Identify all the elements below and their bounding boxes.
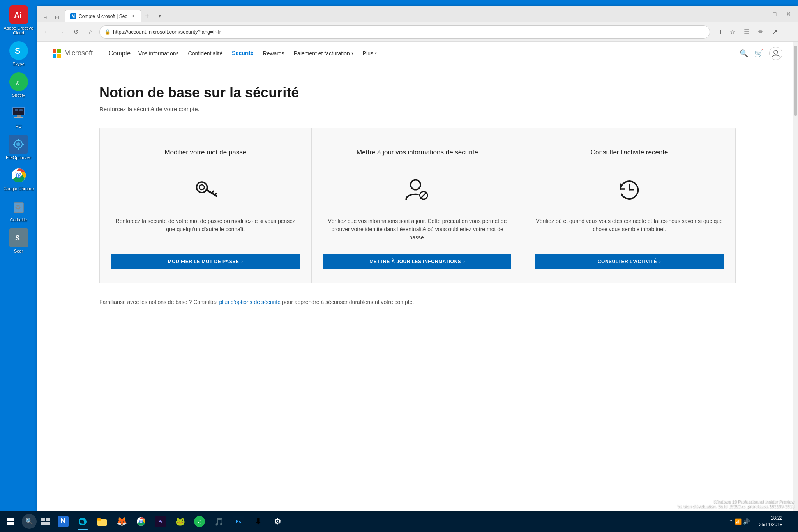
forward-btn[interactable]: → [55,26,67,38]
task-view-btn[interactable] [38,512,53,531]
ms-logo-grid [53,49,61,58]
taskbar-item-settings[interactable]: ⚙ [268,512,287,531]
back-btn[interactable]: ← [40,26,53,38]
minimize-btn[interactable]: − [754,9,767,19]
svg-rect-4 [17,115,21,117]
scrollbar-thumb[interactable] [794,46,797,116]
win-logo-tr [11,518,14,521]
address-bar[interactable]: 🔒 [99,25,710,39]
start-button[interactable] [2,512,20,531]
taskbar-item-premiere[interactable]: Pr [151,512,170,531]
card-desc-password: Renforcez la sécurité de votre mot de pa… [111,217,300,242]
clock-date: 25/11/2018 [759,521,782,528]
nav-plus[interactable]: Plus ▾ [363,49,377,58]
card-title-password: Modifier votre mot de passe [164,144,246,161]
nav-rewards[interactable]: Rewards [263,49,284,58]
browser-window: ⊟ ⊡ M Compte Microsoft | Séc ✕ + ▾ − □ ✕… [37,6,798,511]
nav-vos-informations[interactable]: Vos informations [138,49,179,58]
ms-logo[interactable]: Microsoft [53,49,93,58]
tray-icons[interactable]: ⌃ 📶 🔊 [726,517,753,526]
footer-text: Familiarisé avec les notions de base ? C… [99,299,736,305]
update-info-btn[interactable]: METTRE À JOUR LES INFORMATIONS › [323,254,512,269]
card-change-password: Modifier votre mot de passe Renforcez la… [100,128,312,283]
cart-icon[interactable]: 🛒 [754,49,763,58]
nav-paiement[interactable]: Paiement et facturation ▾ [294,49,353,58]
win-logo-tl [7,518,11,521]
svg-text:S: S [15,46,21,56]
more-btn[interactable]: ⋯ [782,26,795,38]
svg-point-25 [411,180,420,190]
windows-version: Windows 10 Professionnel Insider Preview [677,499,794,504]
close-btn[interactable]: ✕ [782,9,795,19]
arrow-icon: › [241,259,243,264]
header-actions: 🔍 🛒 [740,47,782,60]
desktop-icon-label: Skype [12,62,25,66]
clock-time: 18:22 [759,515,782,521]
home-btn[interactable]: ⌂ [85,26,97,38]
taskbar-item-firefox[interactable]: 🦊 [112,512,131,531]
security-cards: Modifier votre mot de passe Renforcez la… [99,128,736,283]
update-info-btn-label: METTRE À JOUR LES INFORMATIONS [369,259,461,264]
url-input[interactable] [113,29,705,35]
desktop-icon-adobe[interactable]: Ai Adobe Creative Cloud [0,4,37,37]
hub-btn[interactable]: ☰ [740,26,753,38]
taskbar-item-notepad[interactable]: N [54,512,72,531]
desktop-icon-skype[interactable]: S Skype [8,40,30,68]
card-desc-activity: Vérifiez où et quand vous vous êtes conn… [535,217,724,242]
refresh-btn[interactable]: ↺ [70,26,82,38]
user-avatar[interactable] [769,47,782,60]
tray-volume-icon: 🔊 [743,518,750,525]
desktop-icon-spotify[interactable]: ♫ Spotify [8,71,30,99]
taskbar-item-spotify[interactable]: ♫ [190,512,209,531]
active-tab[interactable]: M Compte Microsoft | Séc ✕ [65,10,141,22]
taskbar-item-photoshop[interactable]: Ps [229,512,248,531]
security-options-link[interactable]: plus d'options de sécurité [219,299,281,305]
taskbar-item-app1[interactable]: 🐸 [171,512,189,531]
view-activity-btn[interactable]: CONSULTER L'ACTIVITÉ › [535,254,724,269]
card-recent-activity: Consulter l'activité récente Vérifiez où… [523,128,735,283]
desktop-icon-recycle[interactable]: ♻ Corbeille [8,196,30,224]
taskbar-item-download[interactable]: ⬇ [249,512,267,531]
maximize-btn[interactable]: □ [768,9,781,19]
search-icon[interactable]: 🔍 [740,49,748,58]
desktop-icon-chrome[interactable]: Google Chrome [2,164,35,193]
svg-point-14 [18,174,20,177]
system-tray: ⌃ 📶 🔊 18:22 25/11/2018 [726,513,796,530]
tab-list-btn[interactable]: ▾ [154,10,166,22]
taskbar-item-media[interactable]: 🎵 [210,512,228,531]
reading-view-btn[interactable]: ⊞ [712,26,725,38]
desktop-icon-fileoptimizer[interactable]: FileOptimizer [4,133,33,161]
tab-restore-btn[interactable]: ⊡ [52,12,62,22]
svg-rect-8 [19,109,23,111]
taskbar-search-btn[interactable]: 🔍 [22,514,37,529]
new-tab-btn[interactable]: + [141,10,154,22]
notes-btn[interactable]: ✏ [754,26,767,38]
page-content: Microsoft Compte Vos informations Confid… [37,42,798,511]
tab-menu-btn[interactable]: ⊟ [40,12,50,22]
svg-rect-31 [41,518,45,521]
svg-rect-34 [46,522,50,525]
desktop-icon-seer[interactable]: S Seer [8,227,30,255]
svg-text:S: S [15,234,20,242]
svg-point-19 [774,50,778,54]
ssl-lock-icon: 🔒 [104,29,111,35]
ms-logo-text: Microsoft [64,49,93,57]
tab-title: Compte Microsoft | Séc [79,14,127,19]
nav-plus-label: Plus [363,50,373,57]
change-password-btn[interactable]: MODIFIER LE MOT DE PASSE › [111,254,300,269]
desktop-icon-label: Seer [14,249,23,253]
favorites-btn[interactable]: ☆ [726,26,739,38]
scrollbar[interactable] [793,42,798,511]
desktop-icon-label: Corbeille [10,217,27,222]
nav-securite[interactable]: Sécurité [232,48,253,58]
share-btn[interactable]: ↗ [768,26,781,38]
taskbar-item-edge[interactable] [73,512,92,531]
desktop-icon-pc[interactable]: PC [8,102,30,130]
card-update-security: Mettre à jour vos informations de sécuri… [312,128,524,283]
taskbar-item-explorer[interactable] [93,512,111,531]
tab-close-btn[interactable]: ✕ [130,13,136,19]
taskbar-item-chrome[interactable] [132,512,150,531]
account-label[interactable]: Compte [109,50,131,57]
nav-confidentialite[interactable]: Confidentialité [188,49,223,58]
system-clock[interactable]: 18:22 25/11/2018 [756,513,786,530]
